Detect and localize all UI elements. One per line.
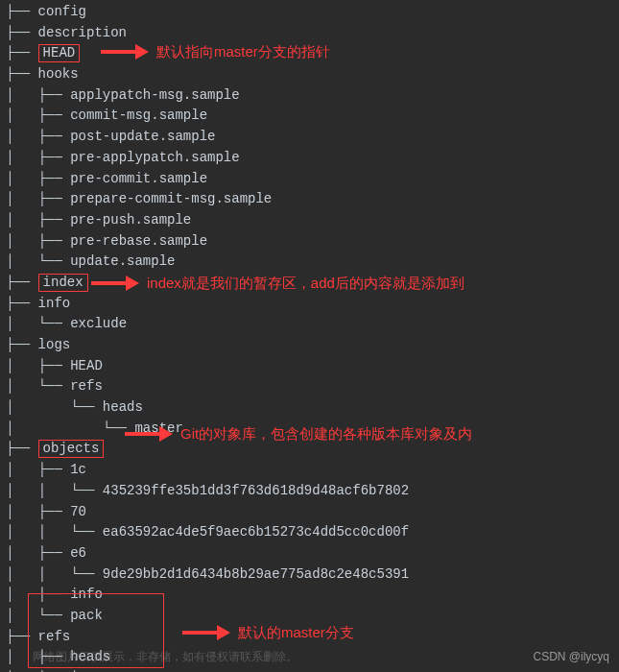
obj-dir: 70 <box>70 504 86 519</box>
node-exclude: exclude <box>70 316 127 331</box>
annot-head: 默认指向master分支的指针 <box>101 40 330 62</box>
git-tree: ├── config ├── description ├── HEAD ├── … <box>0 0 619 672</box>
annot-head-text: 默认指向master分支的指针 <box>156 40 330 62</box>
arrow-icon <box>101 45 149 59</box>
node-logs-refs: refs <box>70 378 103 394</box>
hook-item: pre-rebase.sample <box>70 233 207 249</box>
obj-hash: 435239ffe35b1dd3f763d618d9d48acf6b7802 <box>103 483 409 498</box>
obj-info: info <box>70 587 103 602</box>
node-head: HEAD <box>38 44 81 62</box>
annot-index-text: index就是我们的暂存区，add后的内容就是添加到 <box>147 272 464 294</box>
hook-item: pre-applypatch.sample <box>70 150 239 165</box>
obj-dir: 1c <box>70 462 86 477</box>
faint-footer-text: 网络图片仅供展示，非存储，如有侵权请联系删除。 <box>33 648 298 666</box>
annot-refs-text: 默认的master分支 <box>238 621 354 643</box>
arrow-icon <box>91 276 139 290</box>
annot-objects-text: Git的对象库，包含创建的各种版本库对象及内 <box>180 422 472 444</box>
node-index: index <box>38 274 88 292</box>
hook-item: prepare-commit-msg.sample <box>70 191 272 206</box>
node-refs: refs <box>38 629 71 644</box>
node-config: config <box>38 4 86 19</box>
hook-item: applypatch-msg.sample <box>70 87 239 103</box>
obj-hash: ea63592ac4de5f9aec6b15273c4dd5cc0cd00f <box>103 524 409 540</box>
hook-item: pre-commit.sample <box>70 171 207 186</box>
arrow-icon <box>182 626 230 639</box>
node-description: description <box>38 25 127 40</box>
annot-refs: 默认的master分支 <box>182 621 354 643</box>
annot-objects: Git的对象库，包含创建的各种版本库对象及内 <box>125 422 472 444</box>
obj-dir: e6 <box>70 545 86 561</box>
node-logs-head: HEAD <box>70 358 103 373</box>
node-hooks: hooks <box>38 66 79 82</box>
hook-item: post-update.sample <box>70 129 215 144</box>
node-info: info <box>38 296 71 311</box>
node-objects: objects <box>38 440 105 458</box>
hook-item: update.sample <box>70 253 175 269</box>
node-logs: logs <box>38 337 71 352</box>
watermark: CSDN @ilycyq <box>533 648 609 666</box>
annot-index: index就是我们的暂存区，add后的内容就是添加到 <box>91 272 464 294</box>
obj-pack: pack <box>70 608 103 623</box>
obj-hash: 9de29bb2d1d6434b8b29ae775ad8c2e48c5391 <box>103 566 409 582</box>
arrow-icon <box>125 427 173 441</box>
hook-item: pre-push.sample <box>70 212 191 228</box>
node-logs-heads: heads <box>103 399 143 415</box>
hook-item: commit-msg.sample <box>70 108 207 123</box>
